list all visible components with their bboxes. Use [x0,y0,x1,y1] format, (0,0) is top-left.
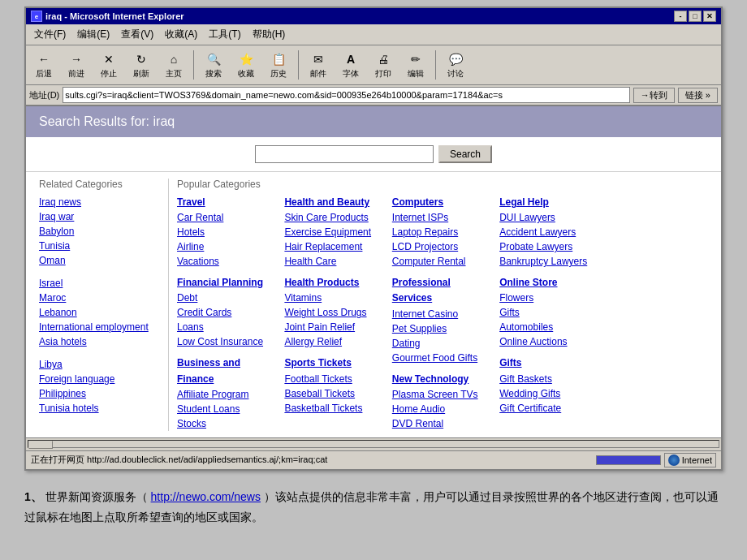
menu-help[interactable]: 帮助(H) [248,26,291,43]
menu-edit[interactable]: 编辑(E) [72,26,114,43]
link-vitamins[interactable]: Vitamins [284,291,385,305]
related-link-maroc[interactable]: Maroc [39,291,160,305]
related-link-philippines[interactable]: Philippines [39,386,160,401]
cat-travel[interactable]: Travel [177,195,278,210]
link-gourmet-food[interactable]: Gourmet Food Gifts [392,351,493,365]
link-gift-certificate[interactable]: Gift Certificate [499,401,600,416]
link-hair-replacement[interactable]: Hair Replacement [284,239,385,254]
related-link-libya[interactable]: Libya [39,357,160,372]
link-loans[interactable]: Loans [177,320,278,334]
cat-financial-planning[interactable]: Financial Planning [177,275,278,291]
related-link-tunisia[interactable]: Tunisia [39,239,160,253]
link-joint-pain[interactable]: Joint Pain Relief [284,320,385,334]
maximize-button[interactable]: □ [689,11,702,22]
link-airline[interactable]: Airline [177,239,278,254]
scroll-thumb[interactable] [28,441,53,449]
search-button-main[interactable]: Search [438,145,492,163]
related-link-iraq-war[interactable]: Iraq war [39,209,160,224]
mail-button[interactable]: ✉ 邮件 [304,48,333,82]
link-skin-care[interactable]: Skin Care Products [284,210,385,225]
link-stocks[interactable]: Stocks [177,416,278,431]
cat-professional-services[interactable]: Professional Services [392,275,493,306]
home-button[interactable]: ⌂ 主页 [159,48,188,82]
links-button[interactable]: 链接 » [678,88,718,103]
forward-button[interactable]: → 前进 [62,48,91,82]
link-gifts[interactable]: Gifts [499,305,600,320]
menu-view[interactable]: 查看(V) [116,26,158,43]
link-health-care[interactable]: Health Care [284,254,385,269]
discuss-button[interactable]: 💬 讨论 [441,48,470,82]
address-input[interactable] [63,87,630,103]
link-computer-rental[interactable]: Computer Rental [392,254,493,269]
scroll-track[interactable] [28,440,719,448]
menu-favorites[interactable]: 收藏(A) [160,26,202,43]
link-basketball-tickets[interactable]: Basketball Tickets [284,401,385,416]
refresh-button[interactable]: ↻ 刷新 [127,48,156,82]
link-probate-lawyers[interactable]: Probate Lawyers [499,239,600,254]
link-student-loans[interactable]: Student Loans [177,402,278,416]
link-lcd-projectors[interactable]: LCD Projectors [392,239,493,254]
related-link-babylon[interactable]: Babylon [39,224,160,239]
link-dvd-rental[interactable]: DVD Rental [392,416,493,431]
history-button[interactable]: 📋 历史 [264,48,293,82]
minimize-button[interactable]: - [674,11,687,22]
related-link-asia-hotels[interactable]: Asia hotels [39,334,160,349]
horizontal-scrollbar[interactable] [26,437,721,450]
edit-button[interactable]: ✏ 编辑 [401,48,430,82]
link-low-cost-insurance[interactable]: Low Cost Insurance [177,334,278,349]
link-dui-lawyers[interactable]: DUI Lawyers [499,210,600,225]
link-bankruptcy-lawyers[interactable]: Bankruptcy Lawyers [499,254,600,269]
related-link-foreign-language[interactable]: Foreign language [39,372,160,386]
menu-file[interactable]: 文件(F) [29,26,71,43]
link-affiliate-program[interactable]: Affiliate Program [177,387,278,402]
link-internet-casino[interactable]: Internet Casino [392,307,493,321]
related-link-lebanon[interactable]: Lebanon [39,305,160,320]
menu-tools[interactable]: 工具(T) [204,26,245,43]
link-weight-loss[interactable]: Weight Loss Drugs [284,305,385,320]
link-flowers[interactable]: Flowers [499,291,600,305]
related-link-oman[interactable]: Oman [39,253,160,268]
link-accident-lawyers[interactable]: Accident Lawyers [499,225,600,239]
link-dating[interactable]: Dating [392,336,493,351]
back-button[interactable]: ← 后退 [29,48,58,82]
cat-online-store[interactable]: Online Store [499,275,600,291]
link-football-tickets[interactable]: Football Tickets [284,372,385,386]
related-link-intl-employment[interactable]: International employment [39,320,160,334]
link-plasma-screen[interactable]: Plasma Screen TVs [392,387,493,402]
cat-new-technology[interactable]: New Technology [392,372,493,387]
link-laptop-repairs[interactable]: Laptop Repairs [392,225,493,239]
link-hotels[interactable]: Hotels [177,225,278,239]
search-input[interactable] [255,145,434,163]
cat-legal-help[interactable]: Legal Help [499,195,600,210]
stop-button[interactable]: ✕ 停止 [94,48,123,82]
link-home-audio[interactable]: Home Audio [392,402,493,416]
link-pet-supplies[interactable]: Pet Supplies [392,321,493,336]
print-button[interactable]: 🖨 打印 [369,48,398,82]
search-button[interactable]: 🔍 搜索 [199,48,228,82]
link-car-rental[interactable]: Car Rental [177,210,278,225]
link-internet-isps[interactable]: Internet ISPs [392,210,493,225]
link-credit-cards[interactable]: Credit Cards [177,305,278,320]
link-debt[interactable]: Debt [177,291,278,305]
favorites-button[interactable]: ⭐ 收藏 [231,48,261,82]
link-allergy-relief[interactable]: Allergy Relief [284,334,385,349]
link-wedding-gifts[interactable]: Wedding Gifts [499,386,600,401]
link-gift-baskets[interactable]: Gift Baskets [499,372,600,386]
link-online-auctions[interactable]: Online Auctions [499,334,600,349]
link-baseball-tickets[interactable]: Baseball Tickets [284,386,385,401]
description-link[interactable]: http://newo.com/news [151,490,261,503]
cat-gifts[interactable]: Gifts [499,355,600,371]
cat-health-beauty[interactable]: Health and Beauty [284,195,385,210]
related-link-israel[interactable]: Israel [39,276,160,291]
close-button[interactable]: ✕ [703,11,716,22]
cat-sports-tickets[interactable]: Sports Tickets [284,355,385,371]
cat-business-finance[interactable]: Business and Finance [177,355,278,386]
related-link-iraq-news[interactable]: Iraq news [39,195,160,209]
link-automobiles[interactable]: Automobiles [499,320,600,334]
link-exercise-equipment[interactable]: Exercise Equipment [284,225,385,239]
title-controls[interactable]: - □ ✕ [674,11,716,22]
link-vacations[interactable]: Vacations [177,254,278,269]
cat-health-products[interactable]: Health Products [284,275,385,291]
font-button[interactable]: A 字体 [336,48,365,82]
cat-computers[interactable]: Computers [392,195,493,210]
